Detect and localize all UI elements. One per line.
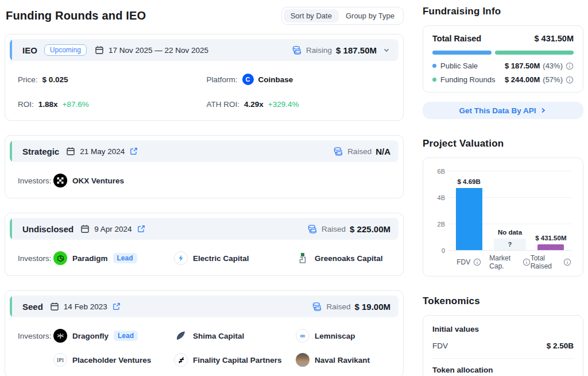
sidebar-column: Fundraising Info Total Raised $ 431.50M … <box>423 6 583 376</box>
ath-roi-row: ATH ROI: 4.29x +329.4% <box>207 100 396 109</box>
price-row: Price: $ 0.025 <box>18 74 207 85</box>
investor-name: Paradigm <box>72 254 108 263</box>
coinbase-icon: C <box>242 74 254 85</box>
accent-bar <box>10 296 12 317</box>
investor-lemniscap[interactable]: ∞ Lemniscap <box>296 329 395 343</box>
greenoaks-capital-icon <box>296 251 310 265</box>
round-date: 14 Feb 2023 <box>64 302 107 311</box>
external-link-icon[interactable] <box>130 147 138 155</box>
group-by-type-button[interactable]: Group by Type <box>339 9 401 22</box>
ieo-card-header[interactable]: IEO Upcoming 17 Nov 2025 — 22 Nov 2025 R… <box>10 39 399 61</box>
info-icon[interactable] <box>523 258 531 266</box>
investor-name: Naval Ravikant <box>315 356 370 365</box>
fdv-label: FDV <box>432 342 448 350</box>
investor-paradigm[interactable]: Paradigm Lead <box>53 251 174 265</box>
public-sale-value: $ 187.50M <box>505 62 540 70</box>
investor-greenoaks-capital[interactable]: Greenoaks Capital <box>296 251 395 265</box>
investors-section: Investors: Paradigm Lead Electric Capita… <box>5 244 403 275</box>
dragonfly-icon: >|< <box>53 329 67 343</box>
round-type: Seed <box>22 302 43 312</box>
external-link-icon[interactable] <box>137 225 145 233</box>
investors-label: Investors: <box>18 254 53 263</box>
y-tick-4b: 4B <box>431 194 445 201</box>
public-sale-label: Public Sale <box>440 62 478 70</box>
total-raised-bar[interactable] <box>537 244 564 250</box>
ath-roi-value: 4.29x <box>244 100 264 109</box>
public-sale-row: Public Sale $ 187.50M (43%) <box>432 62 574 70</box>
raise-label: Raising <box>306 46 332 55</box>
fdv-axis-label: FDV <box>448 254 489 270</box>
total-raised-axis-label: Total Raised <box>531 254 571 270</box>
raise-value: $ 19.00M <box>354 302 390 312</box>
tokenomics-title: Tokenomics <box>423 296 583 307</box>
investors-section: Investors: OKX Ventures <box>5 167 403 198</box>
chart-x-labels: FDV Market Cap. Total Raised <box>448 254 571 270</box>
tokenomics-panel: Initial values FDV $ 2.50B Token allocat… <box>423 315 583 376</box>
round-card-undisclosed: Undisclosed 9 Apr 2024 Raised $ 225.00M <box>5 213 404 276</box>
raise-label: Raised <box>322 225 346 233</box>
chart-plot-area: 6B 4B 2B 0 $ 4.69B No data ? $ 431.50M <box>448 171 571 250</box>
calendar-icon <box>95 45 104 55</box>
info-icon[interactable] <box>566 62 574 70</box>
fdv-value-label: $ 4.69B <box>458 178 481 185</box>
investor-electric-capital[interactable]: Electric Capital <box>174 251 296 265</box>
funding-rounds-pct: (57%) <box>543 75 563 84</box>
project-valuation-chart: 6B 4B 2B 0 $ 4.69B No data ? $ 431.50M <box>423 158 583 277</box>
chevron-down-icon[interactable] <box>382 46 390 54</box>
shima-capital-icon <box>174 329 188 343</box>
investor-naval-ravikant[interactable]: Naval Ravikant <box>296 353 395 367</box>
y-tick-0: 0 <box>431 247 445 254</box>
investor-name: Finality Capital Partners <box>193 356 282 365</box>
platform-value[interactable]: Coinbase <box>258 75 293 84</box>
external-link-icon[interactable] <box>113 302 121 310</box>
undisclosed-card-header: Undisclosed 9 Apr 2024 Raised $ 225.00M <box>10 218 399 240</box>
ath-roi-label: ATH ROI: <box>207 100 240 109</box>
sort-by-date-button[interactable]: Sort by Date <box>284 9 339 22</box>
seed-card-header: Seed 14 Feb 2023 Raised $ 19.00M <box>10 296 399 317</box>
get-data-by-api-button[interactable]: Get This Data By API <box>423 102 583 119</box>
round-date: 17 Nov 2025 — 22 Nov 2025 <box>109 46 208 55</box>
roi-change: +87.6% <box>63 100 89 109</box>
fdv-value: $ 2.50B <box>547 342 574 350</box>
round-card-seed: Seed 14 Feb 2023 Raised $ 19.00M Invest <box>5 290 404 376</box>
coins-icon <box>292 45 302 55</box>
calendar-icon <box>66 147 75 156</box>
upcoming-badge: Upcoming <box>44 44 87 56</box>
funding-rounds-column: Funding Rounds and IEO Sort by Date Grou… <box>5 6 404 376</box>
info-icon[interactable] <box>473 258 481 266</box>
roi-row: ROI: 1.88x +87.6% <box>18 100 207 109</box>
investor-okx-ventures[interactable]: OKX Ventures <box>53 174 174 187</box>
coins-icon <box>312 301 322 312</box>
total-raised-value-label: $ 431.50M <box>535 235 566 241</box>
calendar-icon <box>50 302 59 311</box>
paradigm-icon <box>53 251 67 265</box>
accent-bar <box>10 218 12 240</box>
round-date: 9 Apr 2024 <box>94 225 131 233</box>
raise-value: N/A <box>376 147 390 156</box>
ath-roi-change: +329.4% <box>268 100 299 109</box>
info-icon[interactable] <box>566 76 574 84</box>
ieo-details: Price: $ 0.025 Platform: C Coinbase ROI:… <box>5 66 403 120</box>
fdv-bar[interactable] <box>456 188 482 250</box>
lead-badge: Lead <box>114 331 138 341</box>
fdv-bar-group: $ 4.69B <box>448 171 489 250</box>
page-title: Funding Rounds and IEO <box>6 9 146 22</box>
investor-finality-capital[interactable]: Finality Capital Partners <box>174 353 296 367</box>
fdv-row: FDV $ 2.50B <box>432 342 574 350</box>
coins-icon <box>333 146 343 156</box>
public-sale-dot <box>432 64 436 68</box>
page-header: Funding Rounds and IEO Sort by Date Grou… <box>6 7 404 25</box>
placeholder-ventures-icon: [P] <box>53 353 67 367</box>
investors-label: Investors: <box>18 332 53 340</box>
total-raised-label: Total Raised <box>432 34 481 43</box>
market-cap-axis-label: Market Cap. <box>489 254 530 270</box>
investor-shima-capital[interactable]: Shima Capital <box>174 329 296 343</box>
public-sale-bar-segment <box>432 51 492 55</box>
investor-dragonfly[interactable]: >|< Dragonfly Lead <box>53 329 174 343</box>
info-icon[interactable] <box>563 258 571 266</box>
raise-label: Raised <box>326 302 350 311</box>
calendar-icon <box>80 224 90 233</box>
no-data-label: No data <box>498 229 522 236</box>
investor-placeholder-ventures[interactable]: [P] Placeholder Ventures <box>53 353 174 367</box>
lemniscap-icon: ∞ <box>296 329 310 343</box>
